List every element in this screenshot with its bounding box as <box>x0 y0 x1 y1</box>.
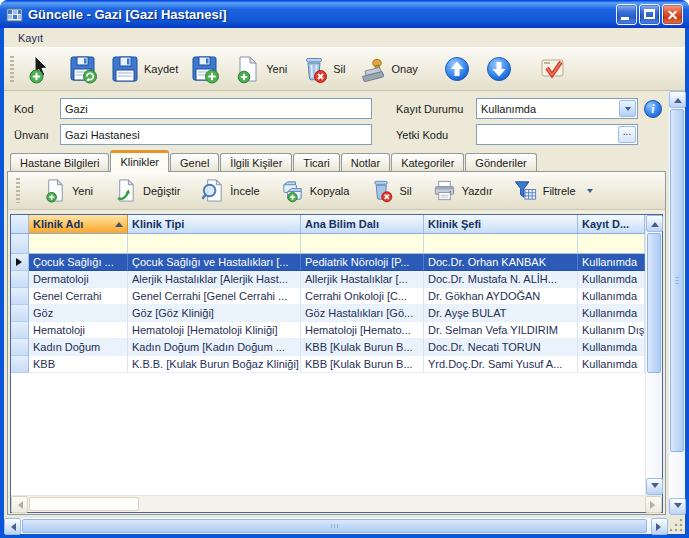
tab-hastane-bilgileri[interactable]: Hastane Bilgileri <box>10 153 109 171</box>
grid-vertical-scrollbar[interactable] <box>645 215 662 495</box>
combo-dropdown-button[interactable] <box>619 100 636 117</box>
scroll-down-button[interactable] <box>669 498 686 515</box>
tab-notlar[interactable]: Notlar <box>341 153 390 171</box>
scroll-left-button[interactable] <box>11 496 28 513</box>
column-header-ana-bilim-dali[interactable]: Ana Bilim Dalı <box>301 215 424 234</box>
table-row[interactable]: Hematoloji Hematoloji [Hematoloji Kliniğ… <box>11 322 645 339</box>
tab-ilgili-kisiler[interactable]: İlgili Kişiler <box>220 153 292 171</box>
printer-icon <box>432 178 457 203</box>
table-row[interactable]: Dermatoloji Alerjik Hastalıklar [Alerjik… <box>11 271 645 288</box>
page-add-icon <box>42 178 67 203</box>
scroll-up-button[interactable] <box>646 215 663 232</box>
grid-delete-button[interactable]: Sil <box>367 177 413 204</box>
table-row[interactable]: Genel Cerrahi Genel Cerrahi [Genel Cerra… <box>11 288 645 305</box>
grid-filter-button[interactable]: Filtrele <box>511 177 595 204</box>
scroll-down-button[interactable] <box>646 478 663 495</box>
scroll-right-button[interactable] <box>645 496 662 513</box>
grid-empty-area <box>11 373 645 495</box>
scroll-thumb[interactable] <box>22 519 647 533</box>
grid-toolbar-grip[interactable] <box>16 178 20 204</box>
scroll-thumb[interactable] <box>647 233 661 373</box>
magnifier-icon <box>200 178 225 203</box>
arrow-up-icon <box>651 218 659 227</box>
table-row[interactable]: Kadın Doğum Kadın Doğum [Kadın Doğum ...… <box>11 339 645 356</box>
grid-inspect-button[interactable]: İncele <box>198 177 261 204</box>
form-panel: Kod Ünvanı Kayıt Durumu Kullanımda <box>4 91 668 149</box>
circle-up-icon <box>442 54 472 84</box>
save-button[interactable]: Kaydet <box>106 52 182 86</box>
column-header-kayit-durumu[interactable]: Kayıt D... <box>578 215 645 234</box>
check-window-icon <box>538 54 568 84</box>
kayit-durumu-label: Kayıt Durumu <box>396 103 476 115</box>
filter-cell[interactable] <box>29 234 128 254</box>
pointer-add-button[interactable] <box>22 52 60 86</box>
scroll-left-button[interactable] <box>4 518 21 535</box>
save-refresh-button[interactable] <box>64 52 102 86</box>
arrow-left-icon <box>7 523 16 531</box>
scroll-thumb[interactable] <box>670 109 684 452</box>
delete-button[interactable]: Sil <box>295 52 349 86</box>
window-vertical-scrollbar[interactable] <box>668 91 685 515</box>
maximize-icon <box>644 9 655 19</box>
unvani-input[interactable] <box>60 124 372 145</box>
minimize-button[interactable] <box>616 4 637 25</box>
grid-edit-button[interactable]: Değiştir <box>111 177 182 204</box>
grid-toolbar: Yeni Değiştir <box>8 172 665 210</box>
table-row[interactable]: KBB K.B.B. [Kulak Burun Boğaz Kliniği] K… <box>11 356 645 373</box>
column-header-klinik-sefi[interactable]: Klinik Şefi <box>424 215 578 234</box>
menu-kayit[interactable]: Kayıt <box>12 30 49 46</box>
column-header-klinik-tipi[interactable]: Klinik Tipi <box>128 215 301 234</box>
grid-copy-button[interactable]: Kopyala <box>278 177 352 204</box>
tab-gonderiler[interactable]: Gönderiler <box>465 153 536 171</box>
toolbar-grip[interactable] <box>10 56 14 83</box>
scroll-right-button[interactable] <box>651 518 668 535</box>
copy-icon <box>280 178 305 203</box>
arrow-right-icon <box>650 501 659 509</box>
arrow-down-icon <box>651 483 659 492</box>
arrow-left-icon <box>14 501 23 509</box>
scroll-up-button[interactable] <box>669 91 686 108</box>
new-button[interactable]: Yeni <box>228 52 291 86</box>
tab-klinikler[interactable]: Klinikler <box>110 150 169 172</box>
column-header-klinik-adi[interactable]: Klinik Adı <box>29 215 128 234</box>
grid-header-row: Klinik Adı Klinik Tipi Ana Bilim Dalı Kl… <box>11 215 645 234</box>
grid-inspect-label: İncele <box>230 185 259 197</box>
tab-ticari[interactable]: Ticari <box>293 153 339 171</box>
grid-filter-label: Filtrele <box>543 185 576 197</box>
yetki-kodu-browse-button[interactable]: ... <box>618 126 636 143</box>
titlebar: Güncelle - Gazi [Gazi Hastanesi] ✕ <box>0 0 689 28</box>
filter-cell[interactable] <box>128 234 301 254</box>
resize-grip[interactable] <box>668 517 685 534</box>
kayit-durumu-combobox[interactable]: Kullanımda <box>476 98 638 119</box>
main-toolbar: Kaydet Yeni <box>4 47 685 91</box>
yetki-kodu-label: Yetki Kodu <box>396 129 476 141</box>
maximize-button[interactable] <box>639 4 660 25</box>
kod-input[interactable] <box>60 98 372 119</box>
approve-button[interactable]: Onay <box>354 52 422 86</box>
table-row[interactable]: Göz Göz [Göz Kliniği] Göz Hastalıkları [… <box>11 305 645 322</box>
save-new-button[interactable] <box>186 52 224 86</box>
tab-kategoriler[interactable]: Kategoriler <box>391 153 464 171</box>
save-icon <box>110 54 140 84</box>
filter-cell[interactable] <box>578 234 645 254</box>
yetki-kodu-field[interactable]: ... <box>476 124 638 145</box>
current-row-icon <box>16 258 26 266</box>
move-down-button[interactable] <box>480 52 518 86</box>
move-up-button[interactable] <box>438 52 476 86</box>
page-add-icon <box>232 54 262 84</box>
grid-horizontal-scrollbar[interactable] <box>11 495 662 512</box>
window-horizontal-scrollbar[interactable] <box>4 517 668 534</box>
info-icon[interactable]: i <box>644 100 662 118</box>
table-row[interactable]: Çocuk Sağlığı ... Çocuk Sağlığı ve Hasta… <box>11 254 645 271</box>
filter-dropdown-icon[interactable] <box>587 189 593 196</box>
save-refresh-icon <box>68 54 98 84</box>
tab-genel[interactable]: Genel <box>170 153 219 171</box>
scroll-thumb[interactable] <box>29 497 139 511</box>
grid-print-button[interactable]: Yazdır <box>430 177 495 204</box>
grid-new-button[interactable]: Yeni <box>40 177 95 204</box>
tab-panel-klinikler: Yeni Değiştir <box>7 171 666 515</box>
filter-cell[interactable] <box>301 234 424 254</box>
filter-cell[interactable] <box>424 234 578 254</box>
close-button[interactable]: ✕ <box>662 4 683 25</box>
confirm-button[interactable] <box>534 52 572 86</box>
